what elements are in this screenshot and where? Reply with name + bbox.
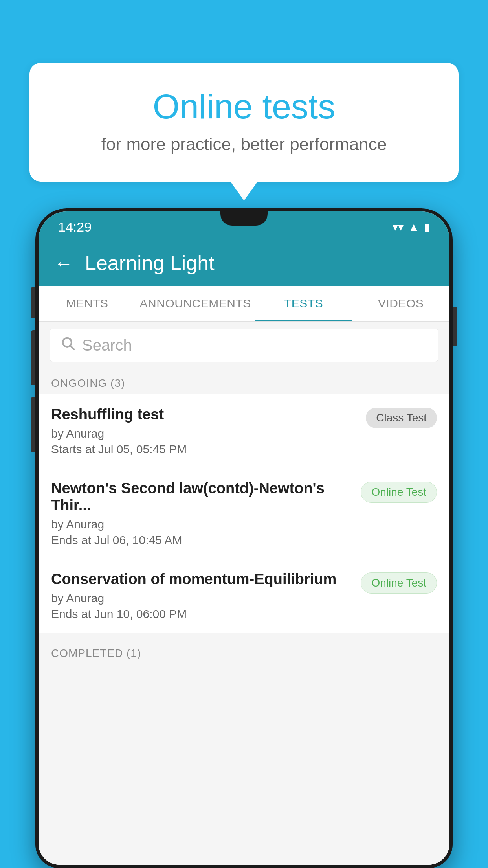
completed-section-header: COMPLETED (1) [39,639,449,664]
test-badge-class: Class Test [366,408,437,428]
signal-icon: ▲ [408,221,419,234]
test-item[interactable]: Reshuffling test by Anurag Starts at Jul… [39,394,449,468]
app-bar-title: Learning Light [85,251,215,275]
power-button [453,307,457,346]
test-item-date: Ends at Jul 06, 10:45 AM [51,533,353,547]
test-item[interactable]: Newton's Second law(contd)-Newton's Thir… [39,468,449,559]
test-item-info: Reshuffling test by Anurag Starts at Jul… [51,406,366,456]
tests-list: ONGOING (3) Reshuffling test by Anurag S… [39,369,449,865]
test-item-info: Newton's Second law(contd)-Newton's Thir… [51,480,361,547]
ongoing-section-header: ONGOING (3) [39,369,449,394]
test-item[interactable]: Conservation of momentum-Equilibrium by … [39,559,449,633]
section-divider [39,633,449,639]
test-item-date: Starts at Jul 05, 05:45 PM [51,443,358,456]
test-item-name: Newton's Second law(contd)-Newton's Thir… [51,480,353,514]
svg-line-1 [71,346,75,350]
volume-down-button [31,330,35,385]
test-item-by: by Anurag [51,592,353,605]
status-time: 14:29 [58,219,92,235]
tabs-bar: MENTS ANNOUNCEMENTS TESTS VIDEOS [39,286,449,322]
app-bar: ← Learning Light [39,240,449,286]
tab-tests[interactable]: TESTS [255,286,352,321]
test-item-info: Conservation of momentum-Equilibrium by … [51,571,361,621]
status-icons: ▾▾ ▲ ▮ [393,221,430,234]
phone-screen: 14:29 ▾▾ ▲ ▮ ← Learning Light MENTS ANNO… [39,211,449,865]
back-button[interactable]: ← [54,252,73,274]
test-badge-online-2: Online Test [361,572,437,594]
search-icon [61,336,76,355]
test-item-date: Ends at Jun 10, 06:00 PM [51,607,353,621]
speech-bubble: Online tests for more practice, better p… [29,63,459,182]
phone-frame: 14:29 ▾▾ ▲ ▮ ← Learning Light MENTS ANNO… [35,208,453,868]
volume-up-button [31,287,35,318]
search-bar-container: Search [39,322,449,369]
test-item-name: Conservation of momentum-Equilibrium [51,571,353,588]
speech-bubble-title: Online tests [61,86,427,127]
tab-ments[interactable]: MENTS [39,286,136,321]
tab-videos[interactable]: VIDEOS [352,286,449,321]
test-item-name: Reshuffling test [51,406,358,423]
battery-icon: ▮ [424,221,430,234]
wifi-icon: ▾▾ [393,221,404,234]
search-input-wrap[interactable]: Search [50,329,438,362]
speech-bubble-subtitle: for more practice, better performance [61,134,427,154]
test-badge-online: Online Test [361,482,437,503]
test-item-by: by Anurag [51,427,358,440]
silent-button [31,397,35,452]
status-bar: 14:29 ▾▾ ▲ ▮ [39,211,449,240]
search-placeholder: Search [82,337,132,354]
tab-announcements[interactable]: ANNOUNCEMENTS [136,286,255,321]
svg-point-0 [63,338,72,347]
test-item-by: by Anurag [51,518,353,531]
